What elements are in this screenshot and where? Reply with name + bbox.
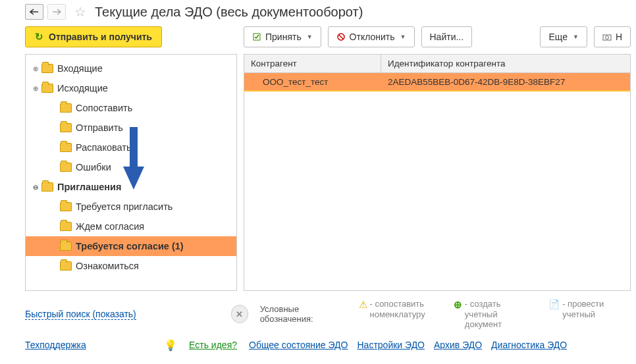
warn-icon: ⚠ [359, 299, 367, 311]
legend-item: ⚠- сопоставить номенклатуру [359, 299, 440, 330]
nav-forward-button[interactable] [47, 4, 66, 20]
legend-label: Условные обозначения: [260, 304, 347, 324]
quick-search-link[interactable]: Быстрый поиск (показать) [25, 309, 136, 320]
tree-item-label: Ознакомиться [76, 261, 139, 271]
camera-icon [602, 33, 612, 41]
cell-id: 2AEDAB55BEB-0D67-42DB-9E8D-38EBF27 [381, 73, 630, 90]
footer-link[interactable]: Диагностика ЭДО [491, 340, 567, 350]
tree-item[interactable]: Распаковать [26, 138, 236, 157]
tree-expander-icon[interactable]: ⊕ [31, 85, 40, 92]
lightbulb-icon: 💡 [164, 339, 177, 351]
tree-item[interactable]: Ошибки [26, 157, 236, 177]
folder-icon [60, 202, 72, 211]
folder-icon [41, 64, 53, 73]
extra-button[interactable]: Н [594, 26, 631, 47]
tree-item[interactable]: ⊕Исходящие [26, 78, 236, 98]
favorite-star-icon[interactable]: ☆ [72, 4, 88, 20]
tree-item-label: Распаковать [76, 142, 131, 153]
folder-icon [60, 103, 72, 113]
send-receive-button[interactable]: ↻ Отправить и получить [25, 26, 162, 47]
tree-expander-icon[interactable]: ⊕ [31, 65, 40, 72]
tree-item-label: Ошибки [76, 162, 111, 172]
arrow-left-icon [30, 9, 39, 15]
refresh-icon: ↻ [35, 31, 43, 43]
navigation-tree: ⊕Входящие⊕ИсходящиеСопоставитьОтправитьР… [25, 54, 237, 291]
tree-item[interactable]: Сопоставить [26, 98, 236, 118]
tree-item[interactable]: Требуется пригласить [26, 197, 236, 217]
tree-item[interactable]: ⊕Входящие [26, 59, 236, 78]
footer-link[interactable]: Настройки ЭДО [358, 340, 425, 350]
tree-item[interactable]: Отправить [26, 118, 236, 138]
folder-icon [41, 84, 53, 93]
legend-text: - сопоставить номенклатуру [370, 299, 440, 319]
folder-icon [60, 222, 72, 231]
folder-icon [41, 182, 53, 192]
support-link[interactable]: Техподдержка [25, 340, 86, 350]
tree-item[interactable]: Ждем согласия [26, 217, 236, 236]
column-header-counterparty[interactable]: Контрагент [244, 55, 381, 72]
legend-item: 📄- провести учетный [548, 299, 631, 330]
column-header-id[interactable]: Идентификатор контрагента [381, 55, 630, 72]
idea-link[interactable]: Есть идея? [189, 340, 237, 350]
send-receive-label: Отправить и получить [49, 32, 152, 42]
folder-icon [60, 123, 72, 132]
page-title: Текущие дела ЭДО (весь документооборот) [95, 5, 363, 20]
nav-back-button[interactable] [25, 4, 43, 20]
close-x-icon: ✕ [236, 309, 243, 319]
tree-item-label: Отправить [76, 122, 123, 133]
cell-counterparty: ООО_тест_тест [244, 73, 381, 90]
tree-item-label: Исходящие [57, 83, 108, 93]
more-button[interactable]: Еще ▼ [540, 26, 587, 47]
tree-item[interactable]: ⊖Приглашения [26, 177, 236, 197]
footer-link[interactable]: Архив ЭДО [434, 340, 482, 350]
folder-icon [60, 261, 72, 271]
svg-line-2 [338, 35, 343, 39]
arrow-right-icon [52, 9, 61, 15]
tree-item-label: Сопоставить [76, 103, 132, 113]
footer-link[interactable]: Общее состояние ЭДО [249, 340, 348, 350]
tree-item-label: Входящие [57, 63, 103, 74]
legend-item: ⊕- создать учетный документ [454, 299, 535, 330]
plus-icon: ⊕ [454, 299, 462, 311]
chevron-down-icon: ▼ [400, 34, 406, 40]
chevron-down-icon: ▼ [307, 34, 313, 40]
legend-text: - создать учетный документ [465, 299, 535, 330]
accept-icon [252, 32, 261, 41]
folder-icon [60, 163, 72, 172]
tree-item-label: Ждем согласия [76, 221, 144, 232]
chevron-down-icon: ▼ [573, 34, 579, 40]
svg-point-4 [605, 36, 608, 39]
table-row[interactable]: ООО_тест_тест2AEDAB55BEB-0D67-42DB-9E8D-… [244, 73, 630, 91]
tree-item-label: Требуется согласие (1) [76, 241, 184, 251]
accept-button[interactable]: Принять ▼ [244, 26, 321, 47]
reject-icon [336, 32, 346, 41]
doc-icon: 📄 [548, 299, 560, 309]
legend-text: - провести учетный [562, 299, 631, 319]
tree-item-label: Требуется пригласить [76, 201, 172, 212]
find-button[interactable]: Найти... [421, 26, 473, 47]
clear-button[interactable]: ✕ [231, 305, 248, 323]
folder-icon [60, 242, 72, 251]
tree-item-label: Приглашения [57, 182, 121, 192]
tree-expander-icon[interactable]: ⊖ [31, 184, 40, 191]
folder-icon [60, 143, 72, 152]
tree-item[interactable]: Ознакомиться [26, 256, 236, 276]
reject-button[interactable]: Отклонить ▼ [328, 26, 415, 47]
data-table: Контрагент Идентификатор контрагента ООО… [244, 54, 631, 291]
tree-item[interactable]: Требуется согласие (1) [26, 236, 236, 256]
